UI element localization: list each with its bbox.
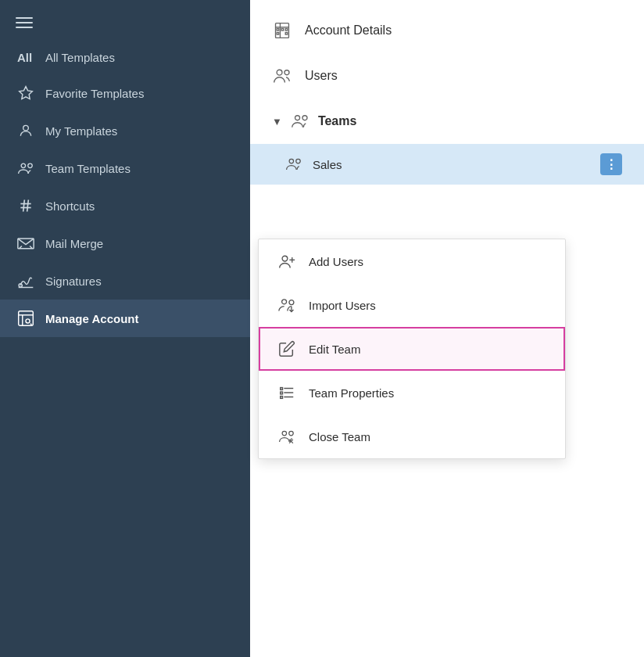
sidebar-label-shortcuts: Shortcuts bbox=[45, 199, 95, 213]
mail-icon bbox=[17, 235, 34, 252]
svg-point-26 bbox=[284, 70, 289, 75]
context-menu-item-close-team[interactable]: Close Team bbox=[259, 415, 565, 458]
svg-rect-24 bbox=[285, 33, 288, 35]
sidebar-nav: All All Templates Favorite Templates My … bbox=[0, 41, 250, 657]
add-user-icon bbox=[277, 252, 296, 271]
manage-account-icon bbox=[17, 310, 34, 327]
main-content: Account Details Users ▼ bbox=[250, 0, 644, 657]
star-icon bbox=[17, 84, 34, 102]
svg-point-35 bbox=[289, 300, 294, 305]
sidebar: All All Templates Favorite Templates My … bbox=[0, 0, 250, 657]
sidebar-label-team-templates: Team Templates bbox=[45, 162, 131, 175]
sidebar-item-manage-account[interactable]: Manage Account bbox=[0, 300, 250, 337]
svg-point-25 bbox=[277, 70, 282, 75]
sidebar-item-signatures[interactable]: Signatures bbox=[0, 262, 250, 300]
sidebar-label-mail-merge: Mail Merge bbox=[45, 237, 103, 250]
panel-item-users[interactable]: Users bbox=[250, 53, 644, 99]
svg-marker-0 bbox=[20, 87, 33, 99]
svg-point-27 bbox=[295, 116, 299, 120]
svg-point-29 bbox=[289, 159, 294, 163]
team-sales-row[interactable]: Sales ⋮ bbox=[250, 144, 644, 185]
right-panel: Account Details Users ▼ bbox=[250, 0, 644, 657]
svg-point-31 bbox=[282, 256, 288, 261]
properties-icon bbox=[277, 383, 296, 402]
close-team-icon bbox=[277, 427, 296, 446]
svg-point-3 bbox=[28, 163, 33, 168]
context-label-team-properties: Team Properties bbox=[309, 386, 394, 400]
sidebar-label-my-templates: My Templates bbox=[45, 124, 117, 138]
svg-line-6 bbox=[23, 200, 25, 212]
context-menu: Add Users Import Users bbox=[258, 239, 566, 459]
svg-point-43 bbox=[282, 431, 287, 436]
svg-rect-41 bbox=[281, 392, 283, 394]
svg-rect-20 bbox=[277, 28, 279, 31]
sidebar-label-all-templates: All Templates bbox=[45, 51, 115, 64]
teams-header[interactable]: ▼ Teams bbox=[250, 99, 644, 144]
context-label-close-team: Close Team bbox=[309, 430, 370, 443]
sidebar-item-all-templates[interactable]: All All Templates bbox=[0, 41, 250, 74]
sidebar-item-my-templates[interactable]: My Templates bbox=[0, 112, 250, 149]
hash-icon bbox=[17, 197, 34, 214]
panel-list: Account Details Users ▼ bbox=[250, 0, 644, 185]
svg-rect-21 bbox=[281, 28, 284, 31]
svg-rect-42 bbox=[281, 397, 283, 399]
edit-icon bbox=[277, 339, 296, 358]
sidebar-label-signatures: Signatures bbox=[45, 275, 102, 288]
sidebar-label-favorite-templates: Favorite Templates bbox=[45, 87, 144, 100]
teams-section: ▼ Teams bbox=[250, 99, 644, 185]
sidebar-item-favorite-templates[interactable]: Favorite Templates bbox=[0, 74, 250, 112]
svg-point-2 bbox=[21, 163, 26, 168]
sales-team-icon bbox=[284, 155, 303, 174]
svg-point-44 bbox=[289, 431, 294, 436]
context-label-edit-team: Edit Team bbox=[309, 343, 360, 356]
panel-item-account-details[interactable]: Account Details bbox=[250, 8, 644, 53]
panel-label-users: Users bbox=[305, 69, 338, 83]
svg-rect-22 bbox=[285, 28, 288, 31]
teams-label: Teams bbox=[318, 114, 357, 128]
sidebar-label-manage-account: Manage Account bbox=[45, 312, 138, 325]
building-icon bbox=[272, 20, 292, 41]
svg-rect-23 bbox=[277, 33, 279, 35]
svg-point-1 bbox=[23, 125, 29, 131]
signature-icon bbox=[17, 272, 34, 289]
import-user-icon bbox=[277, 296, 296, 314]
sidebar-item-team-templates[interactable]: Team Templates bbox=[0, 149, 250, 187]
user-icon bbox=[17, 122, 34, 139]
all-prefix: All bbox=[17, 51, 34, 64]
context-menu-item-add-users[interactable]: Add Users bbox=[259, 239, 565, 283]
svg-rect-40 bbox=[281, 388, 283, 390]
chevron-down-icon: ▼ bbox=[272, 116, 282, 127]
svg-point-30 bbox=[296, 159, 301, 163]
team-options-button[interactable]: ⋮ bbox=[600, 153, 622, 175]
svg-point-16 bbox=[26, 319, 30, 323]
context-menu-item-team-properties[interactable]: Team Properties bbox=[259, 371, 565, 415]
context-label-add-users: Add Users bbox=[309, 255, 363, 268]
svg-point-34 bbox=[282, 300, 287, 304]
sidebar-item-shortcuts[interactable]: Shortcuts bbox=[0, 187, 250, 224]
teams-icon bbox=[290, 111, 310, 131]
svg-point-28 bbox=[302, 116, 307, 120]
sidebar-item-mail-merge[interactable]: Mail Merge bbox=[0, 224, 250, 262]
panel-label-account-details: Account Details bbox=[305, 23, 392, 38]
context-menu-item-import-users[interactable]: Import Users bbox=[259, 283, 565, 327]
sales-label: Sales bbox=[313, 158, 600, 171]
users-icon bbox=[272, 66, 292, 86]
context-menu-item-edit-team[interactable]: Edit Team bbox=[259, 327, 565, 371]
team-icon bbox=[17, 160, 34, 177]
svg-line-7 bbox=[27, 200, 29, 212]
context-label-import-users: Import Users bbox=[309, 299, 376, 312]
hamburger-button[interactable] bbox=[0, 0, 250, 41]
